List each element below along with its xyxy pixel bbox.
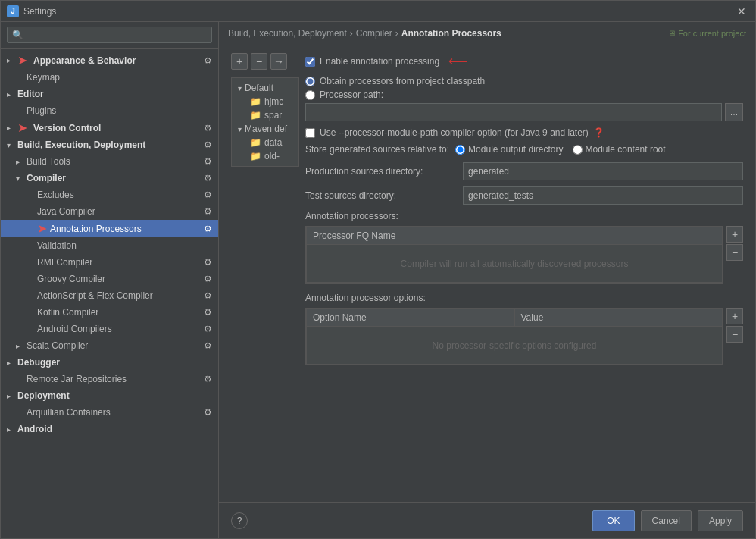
sidebar-item-scala-compiler[interactable]: ▸ Scala Compiler ⚙: [1, 337, 218, 354]
sidebar-item-arquillian[interactable]: Arquillian Containers ⚙: [1, 404, 218, 421]
ok-button[interactable]: OK: [592, 510, 634, 531]
sidebar-item-remote-jar-repos[interactable]: Remote Jar Repositories ⚙: [1, 371, 218, 387]
navigate-button[interactable]: →: [270, 53, 287, 70]
module-path-checkbox[interactable]: [305, 128, 315, 138]
sidebar-item-label: Debugger: [17, 357, 60, 368]
production-sources-row: Production sources directory:: [305, 162, 743, 180]
gear-icon: ⚙: [204, 139, 212, 150]
bottom-bar: ? OK Cancel Apply: [219, 502, 755, 538]
sidebar-item-groovy-compiler[interactable]: Groovy Compiler ⚙: [1, 271, 218, 287]
close-button[interactable]: ✕: [734, 4, 749, 19]
sidebar-item-label: Groovy Compiler: [37, 274, 105, 284]
add-button[interactable]: +: [231, 53, 248, 70]
sidebar-item-rmi-compiler[interactable]: RMI Compiler ⚙: [1, 254, 218, 271]
remove-button[interactable]: −: [251, 53, 267, 70]
sidebar-item-keymap[interactable]: Keymap: [1, 69, 218, 86]
sidebar-item-debugger[interactable]: ▸ Debugger: [1, 354, 218, 371]
proc-tree-label: Maven def: [245, 124, 287, 134]
processor-path-radio[interactable]: [305, 90, 315, 100]
sidebar-item-editor[interactable]: ▸ Editor: [1, 86, 218, 102]
arrow-icon: ▾: [16, 174, 27, 183]
sidebar-item-version-control[interactable]: ▸ ➤ Version Control ⚙: [1, 119, 218, 136]
arrow-icon: ▸: [7, 124, 17, 132]
arrow-icon: ▸: [7, 359, 17, 367]
module-output-dir-radio[interactable]: [455, 145, 465, 155]
remove-option-button[interactable]: −: [726, 326, 743, 343]
proc-tree-label: data: [264, 137, 282, 148]
breadcrumb: Build, Execution, Deployment › Compiler …: [219, 22, 755, 45]
sidebar-item-label: Remote Jar Repositories: [27, 374, 127, 384]
proc-tree-data[interactable]: 📁 data: [232, 136, 298, 149]
annotation-options-side-buttons: + −: [726, 308, 743, 365]
breadcrumb-current: Annotation Processors: [401, 28, 501, 39]
sidebar-item-deployment[interactable]: ▸ Deployment: [1, 387, 218, 404]
proc-tree-default[interactable]: ▾ Default: [232, 81, 298, 95]
sidebar-item-plugins[interactable]: Plugins: [1, 102, 218, 119]
red-arrow-indicator: ➤: [37, 221, 47, 236]
sidebar-item-annotation-processors[interactable]: ➤ Annotation Processors ⚙: [1, 220, 218, 237]
sidebar-item-validation[interactable]: Validation: [1, 237, 218, 254]
sidebar-item-android-compilers[interactable]: Android Compilers ⚙: [1, 321, 218, 337]
panel-content: + − → ▾ Default 📁 hjmc: [219, 45, 755, 502]
gear-icon: ⚙: [204, 156, 212, 167]
apply-button[interactable]: Apply: [698, 510, 743, 531]
proc-tree-spar[interactable]: 📁 spar: [232, 108, 298, 122]
remove-processor-button[interactable]: −: [726, 244, 743, 261]
sidebar-item-build-execution-deployment[interactable]: ▾ Build, Execution, Deployment ⚙: [1, 136, 218, 153]
sidebar-item-label: Keymap: [27, 72, 60, 83]
obtain-processors-radio[interactable]: [305, 77, 315, 86]
gear-icon: ⚙: [204, 274, 212, 284]
add-processor-button[interactable]: +: [726, 226, 743, 243]
test-sources-input[interactable]: [463, 186, 743, 205]
store-generated-label: Store generated sources relative to:: [305, 144, 449, 155]
sidebar-item-excludes[interactable]: Excludes ⚙: [1, 186, 218, 203]
proc-tree-label: spar: [264, 110, 282, 121]
arrow-icon: ▾: [238, 84, 242, 92]
search-input[interactable]: [7, 27, 212, 43]
browse-button[interactable]: …: [725, 103, 743, 121]
sidebar-item-java-compiler[interactable]: Java Compiler ⚙: [1, 203, 218, 220]
path-input-row: …: [305, 103, 743, 121]
store-generated-radio-group: Module output directory Module content r…: [455, 144, 665, 155]
production-sources-label: Production sources directory:: [305, 166, 457, 177]
processor-tree: ▾ Default 📁 hjmc 📁 spar: [231, 77, 299, 167]
processor-path-input[interactable]: [305, 103, 722, 121]
production-sources-input[interactable]: [463, 162, 743, 180]
sidebar-item-appearance-behavior[interactable]: ▸ ➤ Appearance & Behavior ⚙: [1, 52, 218, 69]
cancel-button[interactable]: Cancel: [641, 510, 692, 531]
proc-tree-label: old-: [264, 151, 280, 161]
enable-annotation-processing-checkbox[interactable]: [305, 57, 315, 67]
sidebar-item-label: Kotlin Compiler: [37, 307, 98, 318]
breadcrumb-part-2: Compiler: [356, 28, 392, 39]
gear-icon: ⚙: [204, 257, 212, 268]
module-content-root-radio-label: Module content root: [573, 144, 666, 155]
sidebar-item-android[interactable]: ▸ Android: [1, 421, 218, 437]
store-generated-row: Store generated sources relative to: Mod…: [305, 144, 743, 155]
arrow-icon: ▸: [7, 392, 17, 400]
sidebar-item-label: Build Tools: [27, 156, 70, 167]
sidebar-item-label: Appearance & Behavior: [33, 55, 136, 66]
annotation-processors-container: Processor FQ Name Compiler will run all …: [305, 226, 743, 284]
proc-tree-old[interactable]: 📁 old-: [232, 149, 298, 163]
help-button[interactable]: ?: [231, 512, 248, 529]
add-option-button[interactable]: +: [726, 308, 743, 324]
value-header: Value: [514, 309, 723, 327]
sidebar-item-actionscript-flex[interactable]: ActionScript & Flex Compiler ⚙: [1, 287, 218, 304]
gear-icon: ⚙: [204, 190, 212, 200]
toolbar: + − →: [231, 53, 299, 70]
settings-window: J Settings ✕ ▸ ➤ Appearance & Behavior ⚙: [0, 0, 756, 539]
sidebar-item-build-tools[interactable]: ▸ Build Tools ⚙: [1, 153, 218, 170]
sidebar-item-label: Deployment: [17, 390, 70, 401]
proc-tree-hjmc[interactable]: 📁 hjmc: [232, 95, 298, 108]
proc-tree-maven-def[interactable]: ▾ Maven def: [232, 122, 298, 136]
sidebar-item-kotlin-compiler[interactable]: Kotlin Compiler ⚙: [1, 304, 218, 321]
gear-icon: ⚙: [204, 307, 212, 318]
module-content-root-radio[interactable]: [573, 145, 583, 155]
sidebar-item-label: ActionScript & Flex Compiler: [37, 290, 153, 301]
processor-path-row: Processor path:: [305, 89, 743, 100]
enable-annotation-processing-label: Enable annotation processing: [320, 56, 439, 67]
annotation-processors-side-buttons: + −: [726, 226, 743, 284]
proc-tree-label: Default: [245, 83, 273, 93]
sidebar-item-compiler[interactable]: ▾ Compiler ⚙: [1, 170, 218, 186]
annotation-options-container: Option Name Value No processor-specific …: [305, 308, 743, 365]
